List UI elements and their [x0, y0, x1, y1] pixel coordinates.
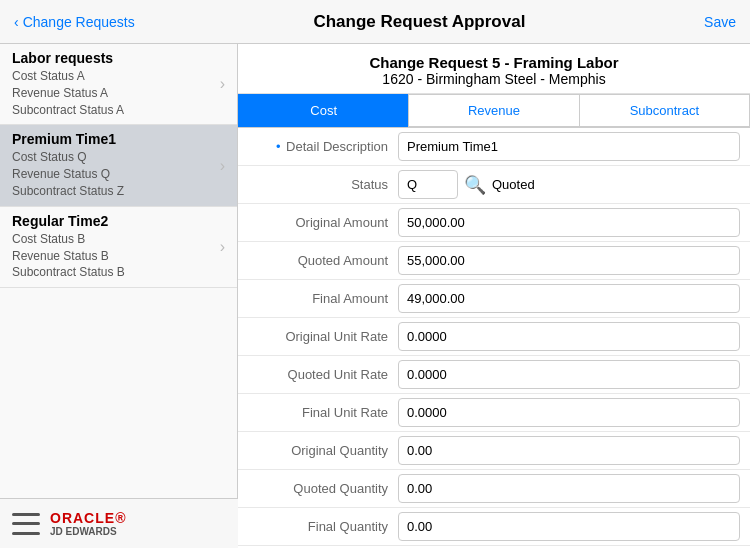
input-detail-description[interactable] [398, 132, 740, 161]
sidebar: Labor requests Cost Status ARevenue Stat… [0, 44, 238, 548]
back-chevron-icon: ‹ [14, 14, 19, 30]
status-text: Quoted [492, 177, 535, 192]
back-label: Change Requests [23, 14, 135, 30]
input-final-unit-rate[interactable] [398, 398, 740, 427]
sidebar-group-premium-time1: Premium Time1 Cost Status QRevenue Statu… [0, 125, 237, 206]
form-row-quoted-unit-rate: Quoted Unit Rate [238, 356, 750, 394]
chevron-right-icon: › [220, 157, 225, 175]
form-row-final-amount: Final Amount [238, 280, 750, 318]
input-status[interactable] [398, 170, 458, 199]
label-quoted-amount: Quoted Amount [238, 253, 398, 268]
label-final-unit-rate: Final Unit Rate [238, 405, 398, 420]
form-row-original-amount: Original Amount [238, 204, 750, 242]
tab-bar: Cost Revenue Subcontract [238, 94, 750, 128]
content-title-line2: 1620 - Birmingham Steel - Memphis [238, 71, 750, 87]
input-final-quantity[interactable] [398, 512, 740, 541]
input-original-unit-rate[interactable] [398, 322, 740, 351]
back-button[interactable]: ‹ Change Requests [14, 14, 135, 30]
input-final-amount[interactable] [398, 284, 740, 313]
tab-cost[interactable]: Cost [238, 94, 408, 127]
form-area: • Detail Description Status 🔍 Quoted Ori… [238, 128, 750, 548]
sidebar-item-premium-time1[interactable]: Premium Time1 Cost Status QRevenue Statu… [0, 125, 237, 205]
form-row-final-quantity: Final Quantity [238, 508, 750, 546]
input-original-quantity[interactable] [398, 436, 740, 465]
input-quoted-quantity[interactable] [398, 474, 740, 503]
sidebar-item-labor-requests[interactable]: Labor requests Cost Status ARevenue Stat… [0, 44, 237, 124]
content-title-line1: Change Request 5 - Framing Labor [238, 54, 750, 71]
form-row-status: Status 🔍 Quoted [238, 166, 750, 204]
page-title: Change Request Approval [313, 12, 525, 32]
label-original-quantity: Original Quantity [238, 443, 398, 458]
label-final-amount: Final Amount [238, 291, 398, 306]
chevron-right-icon: › [220, 75, 225, 93]
footer: ORACLE® JD EDWARDS [0, 498, 238, 548]
label-original-unit-rate: Original Unit Rate [238, 329, 398, 344]
content-header: Change Request 5 - Framing Labor 1620 - … [238, 44, 750, 94]
form-row-quoted-amount: Quoted Amount [238, 242, 750, 280]
input-original-amount[interactable] [398, 208, 740, 237]
sidebar-group-regular-time2: Regular Time2 Cost Status BRevenue Statu… [0, 207, 237, 288]
form-row-quoted-quantity: Quoted Quantity [238, 470, 750, 508]
form-row-original-unit-rate: Original Unit Rate [238, 318, 750, 356]
form-row-original-quantity: Original Quantity [238, 432, 750, 470]
form-row-final-unit-rate: Final Unit Rate [238, 394, 750, 432]
main-container: Labor requests Cost Status ARevenue Stat… [0, 44, 750, 548]
label-original-amount: Original Amount [238, 215, 398, 230]
app-header: ‹ Change Requests Change Request Approva… [0, 0, 750, 44]
save-button[interactable]: Save [704, 14, 736, 30]
label-final-quantity: Final Quantity [238, 519, 398, 534]
tab-revenue[interactable]: Revenue [408, 94, 579, 127]
label-status: Status [238, 177, 398, 192]
label-quoted-quantity: Quoted Quantity [238, 481, 398, 496]
sidebar-group-labor-requests: Labor requests Cost Status ARevenue Stat… [0, 44, 237, 125]
content-area: Change Request 5 - Framing Labor 1620 - … [238, 44, 750, 548]
oracle-logo: ORACLE® JD EDWARDS [50, 510, 126, 537]
form-row-detail-description: • Detail Description [238, 128, 750, 166]
menu-icon[interactable] [12, 513, 40, 535]
label-detail-description: • Detail Description [238, 139, 398, 154]
sidebar-item-regular-time2[interactable]: Regular Time2 Cost Status BRevenue Statu… [0, 207, 237, 287]
chevron-right-icon: › [220, 238, 225, 256]
input-quoted-amount[interactable] [398, 246, 740, 275]
input-quoted-unit-rate[interactable] [398, 360, 740, 389]
label-quoted-unit-rate: Quoted Unit Rate [238, 367, 398, 382]
search-icon[interactable]: 🔍 [464, 174, 486, 196]
tab-subcontract[interactable]: Subcontract [580, 94, 750, 127]
